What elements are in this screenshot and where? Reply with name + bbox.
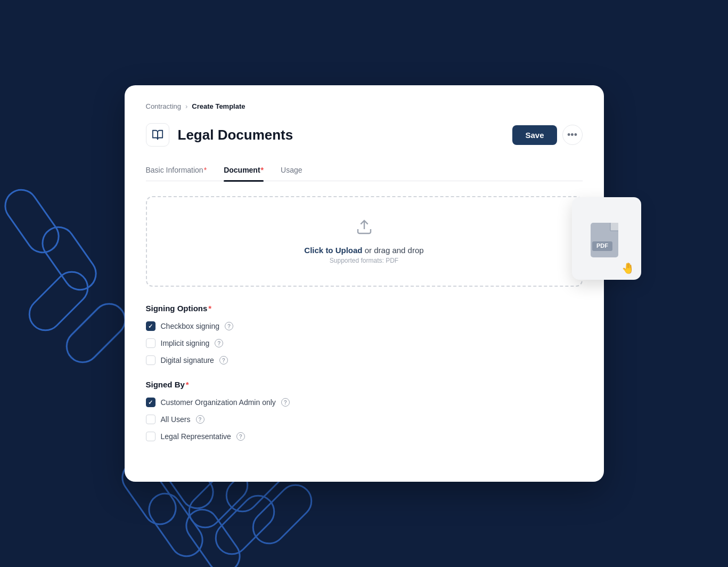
svg-rect-10 (209, 489, 281, 561)
checkbox-item-digital-signature[interactable]: Digital signature ? (146, 355, 583, 365)
page-header: Legal Documents Save ••• (146, 123, 583, 147)
svg-rect-14 (610, 223, 618, 231)
signed-by-title: Signed By * (146, 380, 583, 389)
upload-subtext: Supported formats: PDF (158, 257, 571, 264)
breadcrumb-contracting[interactable]: Contracting (146, 102, 181, 110)
checkbox-customer-org-admin[interactable] (146, 398, 156, 407)
signed-by-section: Signed By * Customer Organization Admin … (146, 380, 583, 441)
upload-area[interactable]: Click to Upload or drag and drop Support… (146, 196, 583, 287)
main-card: Contracting › Create Template Legal Docu… (125, 85, 604, 482)
page-title: Legal Documents (178, 127, 293, 143)
save-button[interactable]: Save (512, 125, 557, 145)
signing-options-section: Signing Options * Checkbox signing ? Imp… (146, 304, 583, 365)
checkbox-item-all-users[interactable]: All Users ? (146, 415, 583, 424)
svg-rect-3 (60, 297, 132, 369)
breadcrumb-arrow: › (185, 102, 187, 110)
header-icon (146, 123, 169, 147)
checkbox-item-implicit-signing[interactable]: Implicit signing ? (146, 338, 583, 348)
checkbox-item-checkbox-signing[interactable]: Checkbox signing ? (146, 321, 583, 331)
upload-icon (158, 218, 571, 239)
svg-rect-0 (0, 184, 65, 259)
help-icon-checkbox-signing[interactable]: ? (225, 322, 233, 330)
upload-text: Click to Upload or drag and drop (158, 246, 571, 255)
pdf-float-icon: PDF 🤚 (572, 197, 641, 280)
tabs-nav: Basic Information* Document* Usage (146, 161, 583, 181)
checkbox-digital-signature[interactable] (146, 355, 156, 365)
breadcrumb: Contracting › Create Template (146, 102, 583, 110)
checkbox-item-customer-org-admin[interactable]: Customer Organization Admin only ? (146, 398, 583, 407)
svg-rect-1 (36, 221, 102, 296)
tab-document[interactable]: Document* (224, 161, 264, 181)
breadcrumb-current: Create Template (192, 102, 245, 110)
svg-text:PDF: PDF (596, 242, 608, 249)
help-icon-digital-signature[interactable]: ? (219, 356, 228, 365)
svg-rect-2 (23, 265, 94, 337)
tab-usage[interactable]: Usage (281, 161, 302, 181)
help-icon-legal-representative[interactable]: ? (236, 432, 245, 441)
signing-options-title: Signing Options * (146, 304, 583, 313)
header-left: Legal Documents (146, 123, 293, 147)
signing-options-group: Checkbox signing ? Implicit signing ? Di… (146, 321, 583, 365)
checkbox-legal-representative[interactable] (146, 432, 156, 441)
signed-by-group: Customer Organization Admin only ? All U… (146, 398, 583, 441)
svg-rect-9 (180, 504, 246, 567)
checkbox-all-users[interactable] (146, 415, 156, 424)
checkbox-checkbox-signing[interactable] (146, 321, 156, 331)
checkbox-implicit-signing[interactable] (146, 338, 156, 348)
cursor-icon: 🤚 (621, 262, 635, 274)
help-icon-all-users[interactable]: ? (196, 415, 205, 424)
tab-basic-information[interactable]: Basic Information* (146, 161, 207, 181)
ellipsis-icon: ••• (567, 129, 577, 141)
help-icon-implicit-signing[interactable]: ? (215, 339, 223, 347)
header-actions: Save ••• (512, 125, 582, 145)
more-options-button[interactable]: ••• (562, 125, 583, 145)
svg-rect-11 (247, 479, 318, 550)
help-icon-customer-org-admin[interactable]: ? (281, 398, 290, 407)
checkbox-item-legal-representative[interactable]: Legal Representative ? (146, 432, 583, 441)
svg-rect-8 (143, 488, 209, 563)
